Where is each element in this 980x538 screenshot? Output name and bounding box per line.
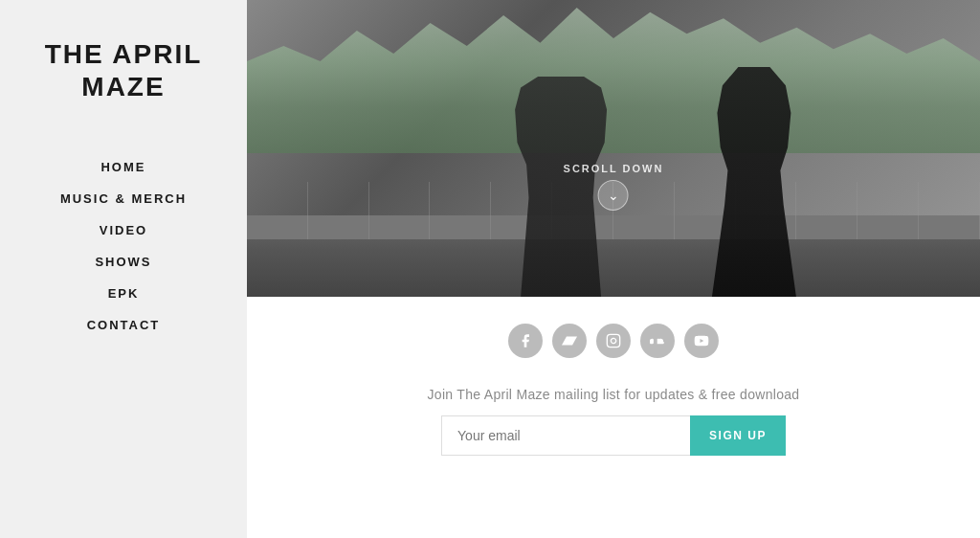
facebook-icon[interactable] [508,324,543,358]
fence-post [919,182,980,239]
fence-post [796,182,858,239]
nav-shows[interactable]: SHOWS [95,255,151,269]
main-content: SCROLL DOWN ⌄ Join The April Ma [247,0,980,538]
below-fold-section: Join The April Maze mailing list for upd… [247,297,980,538]
svg-rect-0 [607,334,619,347]
sidebar: THE APRIL MAZE HOME MUSIC & MERCH VIDEO … [0,0,247,538]
nav-video[interactable]: VIDEO [100,223,147,237]
email-input[interactable] [441,415,690,456]
nav-music-merch[interactable]: MUSIC & MERCH [60,191,187,206]
fence-post [430,182,491,239]
youtube-icon[interactable] [684,324,719,358]
bandcamp-icon[interactable] [552,324,587,358]
social-icons-row [508,324,719,358]
nav-contact[interactable]: CONTACT [87,318,161,332]
scroll-down-overlay: SCROLL DOWN ⌄ [564,163,664,211]
fence-post [308,182,369,239]
site-title: THE APRIL MAZE [0,38,247,102]
soundcloud-icon[interactable] [640,324,675,358]
signup-button[interactable]: SIGN UP [690,415,786,456]
scroll-down-text: SCROLL DOWN [564,163,664,174]
fence-post [247,182,308,239]
scroll-down-button[interactable]: ⌄ [598,180,629,211]
mailing-form: SIGN UP [441,415,786,456]
nav-home[interactable]: HOME [100,160,145,174]
instagram-icon[interactable] [596,324,631,358]
main-nav: HOME MUSIC & MERCH VIDEO SHOWS EPK CONTA… [60,160,187,332]
fence-post [369,182,431,239]
nav-epk[interactable]: EPK [108,286,140,301]
hero-trees [247,0,980,153]
hero-section: SCROLL DOWN ⌄ [247,0,980,297]
fence-post [858,182,919,239]
mailing-section: Join The April Maze mailing list for upd… [428,387,800,456]
mailing-text: Join The April Maze mailing list for upd… [428,387,800,402]
